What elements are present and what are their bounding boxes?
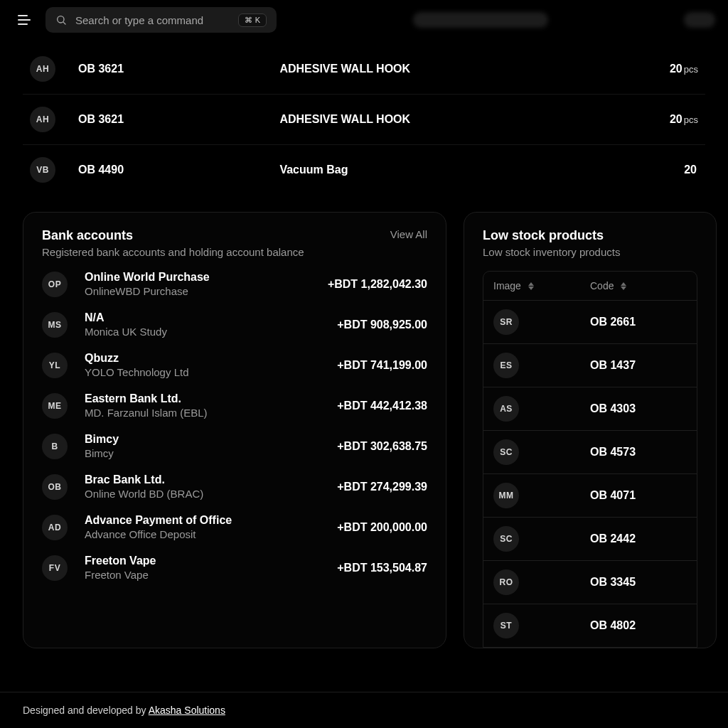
shortcut-cmd: ⌘ (245, 16, 252, 25)
footer-prefix: Designed and developed by (23, 705, 149, 716)
lowstock-code: OB 3345 (590, 576, 687, 589)
bank-name: Qbuzz (85, 352, 330, 365)
lowstock-col-image[interactable]: Image (493, 280, 590, 291)
sort-icon (621, 282, 626, 290)
bank-name: Eastern Bank Ltd. (85, 392, 330, 405)
bank-sub: Monica UK Study (85, 326, 330, 338)
lowstock-avatar: ES (493, 353, 519, 378)
table-row[interactable]: MM OB 4071 (483, 474, 697, 518)
shortcut-key: K (255, 16, 260, 24)
list-item[interactable]: MS N/A Monica UK Study +BDT 908,925.00 (42, 311, 427, 338)
product-qty: 20 (599, 164, 698, 176)
bank-subtitle: Registered bank accounts and holding acc… (42, 246, 304, 258)
product-qty-value: 20 (670, 113, 682, 125)
lowstock-code: OB 4303 (590, 402, 687, 415)
lowstock-col-code-label: Code (590, 280, 614, 291)
list-item[interactable]: OP Online World Purchase OnlineWBD Purch… (42, 271, 427, 297)
bank-sub: MD. Farzanul Islam (EBL) (85, 407, 330, 419)
bank-accounts-card: Bank accounts Registered bank accounts a… (23, 212, 446, 648)
bank-avatar: OP (42, 272, 68, 297)
lowstock-code: OB 4071 (590, 489, 687, 502)
lowstock-code: OB 1437 (590, 359, 687, 372)
table-row[interactable]: SR OB 2661 (483, 301, 697, 344)
products-table: AH OB 3621 ADHESIVE WALL HOOK 20pcs AH O… (23, 44, 705, 195)
lowstock-col-image-label: Image (493, 280, 521, 291)
menu-button[interactable] (13, 9, 36, 31)
table-row[interactable]: ST OB 4802 (483, 604, 697, 647)
list-item[interactable]: OB Brac Bank Ltd. Online World BD (BRAC)… (42, 473, 427, 500)
bank-avatar: OB (42, 474, 68, 500)
low-stock-card: Low stock products Low stock inventory p… (464, 212, 717, 648)
list-item[interactable]: AD Advance Payment of Office Advance Off… (42, 514, 427, 540)
product-name: ADHESIVE WALL HOOK (279, 63, 593, 75)
table-row[interactable]: AS OB 4303 (483, 387, 697, 431)
lowstock-avatar: ST (493, 613, 519, 638)
list-item[interactable]: FV Freeton Vape Freeton Vape +BDT 153,50… (42, 555, 427, 581)
footer-link[interactable]: Akasha Solutions (149, 705, 225, 716)
list-item[interactable]: B Bimcy Bimcy +BDT 302,638.75 (42, 433, 427, 459)
table-row[interactable]: AH OB 3621 ADHESIVE WALL HOOK 20pcs (23, 44, 705, 95)
bank-sub: OnlineWBD Purchase (85, 285, 321, 297)
product-code: OB 3621 (78, 113, 274, 126)
bank-view-all[interactable]: View All (390, 228, 427, 240)
product-code: OB 4490 (78, 164, 274, 176)
lowstock-avatar: RO (493, 569, 519, 595)
table-row[interactable]: SC OB 4573 (483, 431, 697, 474)
lowstock-code: OB 4573 (590, 446, 687, 459)
command-search[interactable]: ⌘ K (46, 7, 277, 33)
bank-avatar: MS (42, 312, 68, 338)
table-row[interactable]: AH OB 3621 ADHESIVE WALL HOOK 20pcs (23, 95, 705, 145)
sort-icon (528, 282, 534, 290)
table-row[interactable]: VB OB 4490 Vacuum Bag 20 (23, 145, 705, 195)
bank-balance: +BDT 302,638.75 (337, 440, 427, 453)
lowstock-avatar: SC (493, 526, 519, 552)
lowstock-title: Low stock products (483, 228, 697, 243)
list-item[interactable]: YL Qbuzz YOLO Technology Ltd +BDT 741,19… (42, 352, 427, 378)
lowstock-avatar: MM (493, 483, 519, 508)
product-qty-unit: pcs (684, 114, 698, 125)
product-avatar: AH (30, 107, 55, 132)
bank-sub: Freeton Vape (85, 569, 330, 581)
bank-balance: +BDT 908,925.00 (337, 318, 427, 331)
bank-sub: Advance Office Deposit (85, 528, 330, 540)
lowstock-subtitle: Low stock inventory products (483, 246, 697, 258)
product-qty-unit: pcs (684, 64, 698, 75)
table-row[interactable]: RO OB 3345 (483, 561, 697, 604)
bank-balance: +BDT 274,299.39 (337, 481, 427, 493)
search-input[interactable] (75, 14, 230, 26)
bank-sub: Online World BD (BRAC) (85, 488, 330, 500)
product-qty-value: 20 (670, 63, 682, 75)
bank-avatar: ME (42, 393, 68, 419)
topbar-right-blur (684, 12, 715, 28)
lowstock-code: OB 2661 (590, 316, 687, 328)
bank-avatar: FV (42, 555, 68, 581)
table-row[interactable]: SC OB 2442 (483, 518, 697, 561)
product-avatar: VB (30, 157, 55, 183)
svg-line-4 (63, 22, 65, 24)
product-code: OB 3621 (78, 63, 274, 75)
lowstock-avatar: SC (493, 439, 519, 465)
topbar: ⌘ K (0, 0, 728, 40)
product-qty-value: 20 (684, 164, 697, 176)
topbar-center-blur (287, 12, 674, 28)
lowstock-avatar: SR (493, 309, 519, 335)
bank-title: Bank accounts (42, 228, 304, 243)
bank-balance: +BDT 153,504.87 (337, 562, 427, 574)
bank-name: Freeton Vape (85, 555, 330, 567)
menu-icon (18, 15, 31, 25)
bank-avatar: YL (42, 353, 68, 378)
shortcut-hint: ⌘ K (238, 14, 267, 27)
bank-balance: +BDT 200,000.00 (337, 521, 427, 534)
bank-name: Online World Purchase (85, 271, 321, 284)
bank-avatar: AD (42, 515, 68, 540)
table-row[interactable]: ES OB 1437 (483, 344, 697, 387)
product-name: ADHESIVE WALL HOOK (279, 113, 593, 126)
product-name: Vacuum Bag (279, 164, 593, 176)
bank-sub: YOLO Technology Ltd (85, 366, 330, 378)
search-icon (55, 14, 67, 26)
bank-name: N/A (85, 311, 330, 324)
list-item[interactable]: ME Eastern Bank Ltd. MD. Farzanul Islam … (42, 392, 427, 419)
lowstock-code: OB 4802 (590, 619, 687, 632)
bank-balance: +BDT 1,282,042.30 (328, 278, 427, 291)
lowstock-col-code[interactable]: Code (590, 280, 687, 291)
